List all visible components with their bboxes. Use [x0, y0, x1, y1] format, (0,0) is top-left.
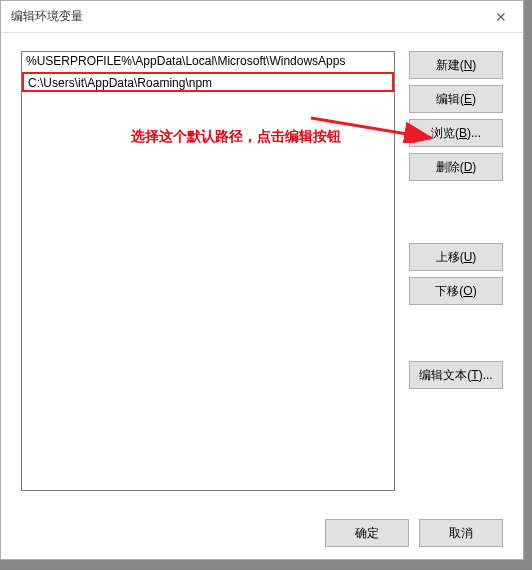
browse-button[interactable]: 浏览(B)...	[409, 119, 503, 147]
delete-button[interactable]: 删除(D)	[409, 153, 503, 181]
cancel-button[interactable]: 取消	[419, 519, 503, 547]
annotation-text: 选择这个默认路径，点击编辑按钮	[131, 128, 341, 146]
close-button[interactable]: ✕	[478, 1, 523, 33]
movedown-button[interactable]: 下移(O)	[409, 277, 503, 305]
list-item[interactable]: C:\Users\it\AppData\Roaming\npm	[22, 72, 394, 92]
ok-button[interactable]: 确定	[325, 519, 409, 547]
dialog: 编辑环境变量 ✕ %USERPROFILE%\AppData\Local\Mic…	[0, 0, 524, 560]
button-column: 新建(N) 编辑(E) 浏览(B)... 删除(D) 上移(U) 下移(O) 编…	[409, 51, 503, 507]
new-button[interactable]: 新建(N)	[409, 51, 503, 79]
close-icon: ✕	[495, 9, 507, 25]
content-area: %USERPROFILE%\AppData\Local\Microsoft\Wi…	[1, 33, 523, 507]
list-item[interactable]: %USERPROFILE%\AppData\Local\Microsoft\Wi…	[22, 52, 394, 72]
titlebar: 编辑环境变量 ✕	[1, 1, 523, 33]
path-listbox[interactable]: %USERPROFILE%\AppData\Local\Microsoft\Wi…	[21, 51, 395, 491]
edittext-button[interactable]: 编辑文本(T)...	[409, 361, 503, 389]
edit-button[interactable]: 编辑(E)	[409, 85, 503, 113]
footer: 确定 取消	[1, 507, 523, 559]
dialog-title: 编辑环境变量	[11, 8, 83, 25]
moveup-button[interactable]: 上移(U)	[409, 243, 503, 271]
